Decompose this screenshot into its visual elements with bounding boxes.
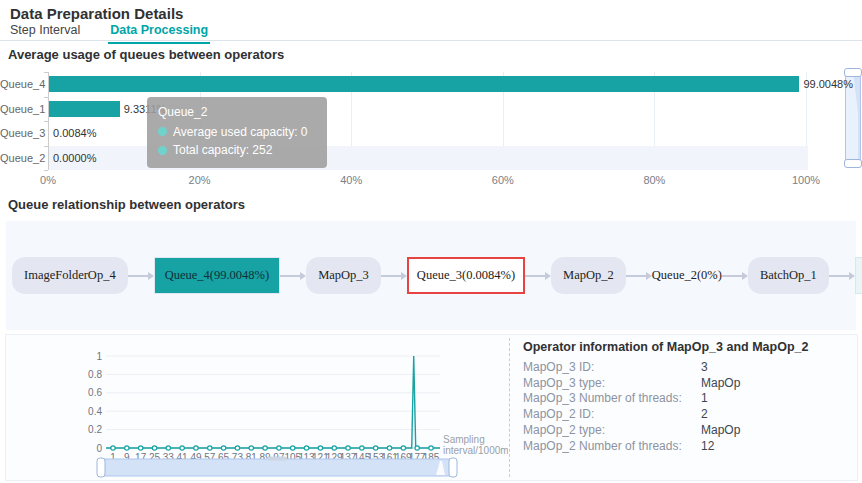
data-point-marker[interactable] xyxy=(346,446,350,450)
operator-info-label: MapOp_2 Number of threads: xyxy=(523,439,701,453)
tooltip-title: Queue_2 xyxy=(158,103,316,122)
data-point-marker[interactable] xyxy=(235,446,239,450)
data-point-marker[interactable] xyxy=(429,446,433,450)
panel-divider xyxy=(509,338,510,477)
arrow-shaft xyxy=(381,275,401,277)
data-point-marker[interactable] xyxy=(318,446,322,450)
bar-chart-x-tick-label: 80% xyxy=(643,174,665,186)
zoom-handle-top[interactable] xyxy=(844,68,862,77)
line-chart-y-tick-label: 0.8 xyxy=(88,369,102,380)
bar-chart-category-label: Queue_3 xyxy=(0,127,43,139)
queue-usage-bar[interactable] xyxy=(49,76,799,92)
flow-node-imagefolderop_4[interactable]: ImageFolderOp_4 xyxy=(12,257,128,294)
operator-info-row: MapOp_2 ID:2 xyxy=(523,406,843,422)
data-point-marker[interactable] xyxy=(138,446,142,450)
flow-node-queue_3[interactable]: Queue_3(0.0084%) xyxy=(407,257,525,294)
bar-value-label: 0.0000% xyxy=(53,152,96,164)
operator-info-row: MapOp_3 ID:3 xyxy=(523,359,843,375)
data-point-marker[interactable] xyxy=(111,446,115,450)
line-chart-y-tick-label: 0.2 xyxy=(88,424,102,435)
operator-info-row: MapOp_3 Number of threads:1 xyxy=(523,391,843,407)
data-point-marker[interactable] xyxy=(387,446,391,450)
bottom-detail-panel: 00.20.40.60.8119172533414957657381899710… xyxy=(5,334,858,481)
flow-arrow-icon xyxy=(525,272,551,280)
page-title: Data Preparation Details xyxy=(10,5,183,22)
x-axis-name: Sampling xyxy=(443,434,485,445)
operator-info-row: MapOp_2 Number of threads:12 xyxy=(523,438,843,454)
bar-chart-axis-tick xyxy=(44,97,48,98)
data-point-marker[interactable] xyxy=(249,446,253,450)
horizontal-zoom-slider[interactable] xyxy=(101,459,453,476)
chart-tooltip: Queue_2 Average used capacity: 0Total ca… xyxy=(147,97,327,168)
operator-info-value: 2 xyxy=(701,407,708,421)
data-point-marker[interactable] xyxy=(125,446,129,450)
queue-usage-line xyxy=(106,356,440,448)
queue-relationship-diagram: ImageFolderOp_4Queue_4(99.0048%)MapOp_3Q… xyxy=(6,221,856,330)
data-point-marker[interactable] xyxy=(415,446,419,450)
line-chart-y-tick-label: 1 xyxy=(96,351,102,362)
data-point-marker[interactable] xyxy=(180,446,184,450)
flow-node-batchop_1[interactable]: BatchOp_1 xyxy=(748,257,829,294)
zoom-handle-right[interactable] xyxy=(449,458,457,477)
tooltip-item-text: Total capacity: 252 xyxy=(173,141,272,160)
data-point-marker[interactable] xyxy=(373,446,377,450)
queue-usage-bar-chart[interactable]: Queue_2 Average used capacity: 0Total ca… xyxy=(0,62,862,186)
operator-info-label: MapOp_3 type: xyxy=(523,376,701,390)
data-point-marker[interactable] xyxy=(221,446,225,450)
operator-info-label: MapOp_3 ID: xyxy=(523,360,701,374)
flow-node-queue_1[interactable]: Queue_1(9.3311%) xyxy=(855,257,862,294)
data-point-marker[interactable] xyxy=(277,446,281,450)
operator-info-value: 12 xyxy=(701,439,714,453)
operator-info-label: MapOp_3 Number of threads: xyxy=(523,391,701,405)
flow-node-queue_2[interactable]: Queue_2(0%) xyxy=(652,258,722,293)
flow-node-mapop_2[interactable]: MapOp_2 xyxy=(551,257,626,294)
zoom-handle-left[interactable] xyxy=(97,458,105,477)
data-point-marker[interactable] xyxy=(208,446,212,450)
flow-arrow-icon xyxy=(280,272,306,280)
bar-chart-x-tick-label: 40% xyxy=(340,174,362,186)
flow-node-mapop_3[interactable]: MapOp_3 xyxy=(306,257,381,294)
data-point-marker[interactable] xyxy=(152,446,156,450)
line-chart-y-tick-label: 0.6 xyxy=(88,387,102,398)
bar-chart-category-label: Queue_2 xyxy=(0,152,43,164)
queue-usage-line-chart[interactable]: 00.20.40.60.8119172533414957657381899710… xyxy=(6,335,508,480)
data-point-marker[interactable] xyxy=(360,446,364,450)
operator-info-list: MapOp_3 ID:3MapOp_3 type:MapOpMapOp_3 Nu… xyxy=(523,359,843,454)
data-point-marker[interactable] xyxy=(304,446,308,450)
bar-chart-category-label: Queue_4 xyxy=(0,78,43,90)
operator-info-title: Operator information of MapOp_3 and MapO… xyxy=(523,340,808,354)
flow-arrow-icon xyxy=(626,272,652,280)
tooltip-item: Average used capacity: 0 xyxy=(158,123,316,142)
bar-value-label: 99.0048% xyxy=(803,78,853,90)
arrow-shaft xyxy=(722,275,742,277)
flow-arrow-icon xyxy=(128,272,154,280)
arrow-shaft xyxy=(128,275,148,277)
operator-info-value: MapOp xyxy=(701,423,740,437)
tabbar-divider xyxy=(0,40,862,41)
operator-info-value: 1 xyxy=(701,391,708,405)
tooltip-item-text: Average used capacity: 0 xyxy=(173,123,308,142)
bar-value-label: 0.0084% xyxy=(53,127,96,139)
operator-info-row: MapOp_3 type:MapOp xyxy=(523,375,843,391)
queue-usage-bar[interactable] xyxy=(49,101,120,117)
data-point-marker[interactable] xyxy=(166,446,170,450)
data-point-marker[interactable] xyxy=(291,446,295,450)
flow-arrow-icon xyxy=(829,272,855,280)
bar-chart-axis-tick xyxy=(44,170,48,171)
arrow-shaft xyxy=(626,275,646,277)
bar-chart-axis-tick xyxy=(44,121,48,122)
bar-chart-x-tick-label: 20% xyxy=(189,174,211,186)
operator-info-value: MapOp xyxy=(701,376,740,390)
data-point-marker[interactable] xyxy=(401,446,405,450)
bar-chart-x-tick-label: 60% xyxy=(492,174,514,186)
data-point-marker[interactable] xyxy=(194,446,198,450)
data-point-marker[interactable] xyxy=(332,446,336,450)
series-dot-icon xyxy=(158,146,167,155)
arrow-shaft xyxy=(280,275,300,277)
data-point-marker[interactable] xyxy=(263,446,267,450)
arrow-shaft xyxy=(829,275,849,277)
zoom-handle-bottom[interactable] xyxy=(844,159,862,168)
zoom-move-handle[interactable] xyxy=(267,457,287,461)
flow-node-queue_4[interactable]: Queue_4(99.0048%) xyxy=(154,257,281,294)
bar-chart-category-label: Queue_1 xyxy=(0,103,43,115)
